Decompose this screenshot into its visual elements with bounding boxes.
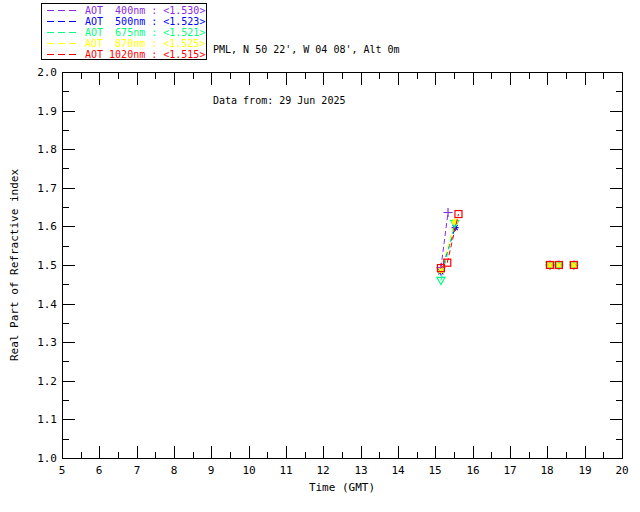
data-marker-plus (444, 208, 453, 217)
y-tick-label: 1.3 (37, 336, 57, 349)
x-tick-label: 6 (96, 464, 103, 477)
x-tick-label: 16 (466, 464, 479, 477)
axes (63, 73, 623, 459)
x-tick-label: 13 (354, 464, 367, 477)
x-tick-label: 17 (503, 464, 516, 477)
series-870nm (438, 218, 578, 274)
x-tick-label: 20 (615, 464, 628, 477)
y-tick-label: 1.1 (37, 413, 57, 426)
plot-area: 5678910111213141516171819201.01.11.21.31… (0, 0, 640, 512)
series-675nm (437, 221, 578, 285)
x-tick-label: 8 (171, 464, 178, 477)
y-tick-label: 1.9 (37, 105, 57, 118)
x-tick-label: 19 (578, 464, 591, 477)
x-tick-label: 10 (242, 464, 255, 477)
y-axis-title: Real Part of Refractive index (8, 169, 21, 361)
y-tick-label: 1.5 (37, 259, 57, 272)
data-marker-asterisk (555, 262, 562, 269)
series-500nm (437, 224, 577, 275)
y-tick-label: 1.0 (37, 452, 57, 465)
y-tick-label: 1.7 (37, 182, 57, 195)
plot-canvas: AOT 400nm : <1.530> AOT 500nm : <1.523> … (0, 0, 640, 512)
data-marker-asterisk (570, 262, 577, 269)
data-marker-asterisk (546, 262, 553, 269)
x-tick-label: 18 (540, 464, 553, 477)
y-tick-label: 2.0 (37, 66, 57, 79)
y-tick-label: 1.6 (37, 220, 57, 233)
x-tick-label: 14 (391, 464, 405, 477)
x-axis-title: Time (GMT) (309, 481, 375, 494)
x-tick-label: 7 (134, 464, 141, 477)
x-tick-label: 5 (59, 464, 66, 477)
y-tick-label: 1.4 (37, 298, 57, 311)
x-tick-label: 11 (279, 464, 292, 477)
x-tick-label: 9 (208, 464, 215, 477)
plot-frame (63, 73, 623, 459)
x-tick-label: 12 (316, 464, 329, 477)
x-tick-label: 15 (428, 464, 441, 477)
y-tick-label: 1.8 (37, 143, 57, 156)
y-tick-label: 1.2 (37, 375, 57, 388)
